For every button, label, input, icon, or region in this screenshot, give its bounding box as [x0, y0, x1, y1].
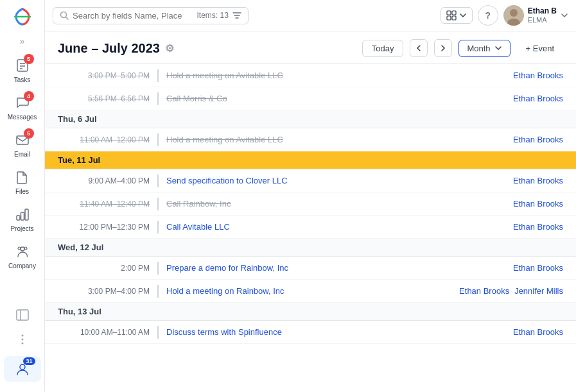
- sidebar-item-company[interactable]: Company: [4, 239, 41, 273]
- svg-point-17: [20, 364, 25, 370]
- event-divider: [157, 69, 159, 82]
- sidebar-item-email[interactable]: 5 Email: [4, 127, 41, 162]
- event-name[interactable]: Send specification to Clover LLC: [166, 176, 513, 185]
- svg-rect-20: [447, 11, 451, 15]
- event-time: 5:56 PM–6:56 PM: [58, 94, 157, 103]
- event-assignees: Ethan Brooks: [513, 222, 563, 232]
- calendar-title-text: June – July 2023: [58, 41, 160, 56]
- event-link[interactable]: Hold a meeting on Rainbow, Inc: [166, 286, 284, 296]
- assignee-link[interactable]: Ethan Brooks: [513, 135, 563, 144]
- view-chevron-icon: [494, 44, 502, 52]
- sidebar-item-projects[interactable]: Projects: [4, 201, 41, 236]
- event-row: 9:00 AM–4:00 PMSend specification to Clo…: [45, 169, 576, 192]
- filter-icon[interactable]: [232, 11, 241, 20]
- event-link[interactable]: Prepare a demo for Rainbow, Inc: [166, 263, 288, 273]
- event-row: 11:40 AM–12:40 PMCall Rainbow, IncEthan …: [45, 192, 576, 216]
- user-info: Ethan B ELMA: [528, 6, 557, 24]
- event-name[interactable]: Call Avitable LLC: [166, 222, 513, 232]
- calendar-title: June – July 2023 ⚙: [58, 41, 174, 56]
- event-assignees: Ethan Brooks: [513, 176, 563, 185]
- event-divider: [157, 198, 159, 210]
- assignee-link[interactable]: Ethan Brooks: [459, 286, 509, 296]
- event-link[interactable]: Discuss terms with Spinfluence: [166, 327, 282, 337]
- svg-rect-22: [447, 16, 451, 20]
- svg-point-16: [21, 343, 23, 345]
- calendar-settings-icon[interactable]: ⚙: [165, 42, 174, 55]
- assignee-link[interactable]: Ethan Brooks: [513, 71, 563, 80]
- day-header: Wed, 12 Jul: [45, 239, 576, 257]
- svg-line-19: [66, 17, 69, 20]
- event-name[interactable]: Hold a meeting on Avitable LLC: [166, 71, 513, 80]
- assignee-link[interactable]: Ethan Brooks: [513, 263, 563, 273]
- event-time: 11:00 AM–12:00 PM: [58, 135, 157, 144]
- event-divider: [157, 262, 159, 275]
- search-box[interactable]: Items: 13: [53, 7, 249, 24]
- add-event-button[interactable]: + Event: [517, 40, 563, 56]
- event-link[interactable]: Call Avitable LLC: [166, 222, 230, 232]
- sidebar-item-email-label: Email: [14, 151, 30, 158]
- sidebar: » 5 Tasks 4 Messages: [0, 0, 45, 392]
- table-icon: [446, 10, 457, 21]
- assignee-link[interactable]: Jennifer Mills: [514, 286, 563, 296]
- search-input[interactable]: [73, 11, 193, 21]
- svg-point-14: [21, 335, 23, 337]
- event-divider: [157, 92, 159, 105]
- sidebar-item-messages-label: Messages: [8, 114, 37, 121]
- svg-rect-7: [21, 212, 24, 220]
- svg-rect-21: [452, 11, 456, 15]
- app-logo[interactable]: [11, 5, 34, 31]
- view-select[interactable]: Month: [458, 40, 510, 57]
- assignee-link[interactable]: Ethan Brooks: [513, 94, 563, 103]
- event-assignees: Ethan Brooks: [513, 199, 563, 209]
- event-name[interactable]: Discuss terms with Spinfluence: [166, 327, 513, 337]
- event-name[interactable]: Prepare a demo for Rainbow, Inc: [166, 263, 513, 273]
- event-row: 3:00 PM–4:00 PMHold a meeting on Rainbow…: [45, 280, 576, 303]
- svg-point-15: [21, 339, 23, 341]
- event-time: 3:00 PM–4:00 PM: [58, 287, 157, 296]
- sidebar-item-messages[interactable]: 4 Messages: [4, 90, 41, 124]
- messages-badge: 4: [24, 91, 34, 101]
- sidebar-expand[interactable]: »: [20, 36, 25, 46]
- next-button[interactable]: [434, 39, 452, 57]
- assignee-link[interactable]: Ethan Brooks: [513, 176, 563, 185]
- event-name[interactable]: Hold a meeting on Avitable LLC: [166, 135, 513, 144]
- event-assignees: Ethan Brooks: [513, 94, 563, 103]
- event-time: 2:00 PM: [58, 264, 157, 273]
- sidebar-item-tasks[interactable]: 5 Tasks: [4, 53, 41, 87]
- event-name[interactable]: Call Morris & Co: [166, 94, 513, 103]
- event-name[interactable]: Hold a meeting on Rainbow, Inc: [166, 286, 459, 296]
- event-assignees: Ethan Brooks: [513, 135, 563, 144]
- user-menu[interactable]: Ethan B ELMA: [503, 5, 568, 26]
- sidebar-toggle-btn[interactable]: [4, 305, 41, 325]
- event-link[interactable]: Hold a meeting on Avitable LLC: [166, 71, 283, 80]
- sidebar-item-company-label: Company: [8, 262, 36, 269]
- chevron-right-icon: [439, 44, 447, 52]
- assignee-link[interactable]: Ethan Brooks: [513, 199, 563, 209]
- event-link[interactable]: Call Rainbow, Inc: [166, 199, 231, 209]
- svg-rect-23: [452, 16, 456, 20]
- event-time: 10:00 AM–11:00 AM: [58, 328, 157, 337]
- assignee-link[interactable]: Ethan Brooks: [513, 222, 563, 232]
- svg-point-10: [24, 247, 27, 250]
- user-org: ELMA: [528, 16, 557, 24]
- event-row: 10:00 AM–11:00 AMDiscuss terms with Spin…: [45, 321, 576, 344]
- event-name[interactable]: Call Rainbow, Inc: [166, 199, 513, 209]
- event-link[interactable]: Send specification to Clover LLC: [166, 176, 288, 185]
- event-link[interactable]: Hold a meeting on Avitable LLC: [166, 135, 283, 144]
- prev-button[interactable]: [410, 39, 428, 57]
- event-time: 11:40 AM–12:40 PM: [58, 200, 157, 209]
- today-button[interactable]: Today: [362, 40, 404, 57]
- user-count-badge: 31: [23, 357, 35, 365]
- view-label: Month: [467, 44, 490, 53]
- help-button[interactable]: ?: [478, 5, 498, 26]
- assignee-link[interactable]: Ethan Brooks: [513, 327, 563, 337]
- sidebar-user-btn[interactable]: 31: [4, 356, 41, 382]
- event-link[interactable]: Call Morris & Co: [166, 94, 227, 103]
- user-name: Ethan B: [528, 6, 557, 15]
- svg-point-9: [21, 247, 24, 251]
- svg-rect-8: [25, 209, 28, 220]
- event-divider: [157, 326, 159, 339]
- view-toggle[interactable]: [441, 7, 473, 24]
- more-btn[interactable]: [4, 329, 41, 350]
- sidebar-item-files[interactable]: Files: [4, 164, 41, 199]
